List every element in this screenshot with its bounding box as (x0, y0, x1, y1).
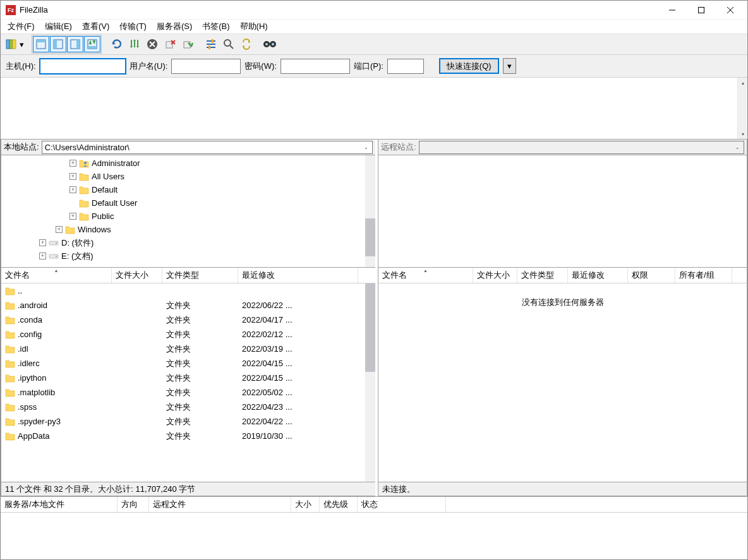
site-manager-button[interactable] (3, 36, 20, 52)
svg-rect-1 (699, 7, 704, 13)
menu-edit[interactable]: 编辑(E) (40, 20, 76, 33)
quick-connect-dropdown[interactable]: ▾ (503, 58, 516, 74)
column-header[interactable]: ▲文件名 (378, 268, 473, 283)
column-header[interactable]: 状态 (358, 497, 446, 512)
file-row[interactable]: .spyder-py3文件夹2022/04/22 ... (1, 414, 375, 429)
remote-path-combo[interactable]: ⌄ (419, 141, 744, 154)
column-header[interactable]: 文件大小 (112, 268, 162, 283)
file-row[interactable]: .config文件夹2022/02/12 ... (1, 327, 375, 342)
close-button[interactable] (716, 1, 745, 19)
tree-row[interactable]: Default User (1, 196, 375, 210)
compare-button[interactable] (220, 36, 237, 52)
menu-view[interactable]: 查看(V) (78, 20, 114, 33)
toggle-queue-button[interactable] (84, 36, 100, 52)
quick-connect-button[interactable]: 快速连接(Q) (439, 58, 499, 74)
site-manager-dropdown[interactable]: ▾ (18, 40, 25, 49)
tree-expand-icon[interactable]: + (39, 239, 46, 246)
column-header[interactable]: 优先级 (320, 497, 358, 512)
column-header[interactable]: ▲文件名 (1, 268, 112, 283)
menu-help[interactable]: 帮助(H) (236, 20, 272, 33)
toggle-log-button[interactable] (33, 36, 49, 52)
filter-button[interactable] (203, 36, 219, 52)
file-modified: 2022/06/22 ... (238, 301, 358, 310)
file-modified: 2019/10/30 ... (238, 431, 358, 441)
column-header[interactable]: 方向 (118, 497, 149, 512)
sync-browse-button[interactable] (238, 36, 255, 52)
local-status: 11 个文件 和 32 个目录。大小总计: 11,707,240 字节 (1, 482, 375, 496)
process-queue-button[interactable] (126, 36, 143, 52)
local-file-list[interactable]: ...android文件夹2022/06/22 ....conda文件夹2022… (1, 283, 375, 482)
minimize-button[interactable] (658, 1, 687, 19)
svg-rect-14 (88, 46, 97, 49)
file-row[interactable]: .android文件夹2022/06/22 ... (1, 298, 375, 313)
menu-file[interactable]: 文件(F) (3, 20, 39, 33)
column-header[interactable]: 文件类型 (162, 268, 238, 283)
file-row[interactable]: .spss文件夹2022/04/23 ... (1, 400, 375, 414)
file-row[interactable]: .ipython文件夹2022/04/15 ... (1, 371, 375, 385)
search-button[interactable] (262, 36, 278, 52)
user-icon (79, 159, 89, 168)
column-header[interactable]: 最近修改 (238, 268, 358, 283)
column-header[interactable]: 所有者/组 (675, 268, 732, 283)
menu-server[interactable]: 服务器(S) (152, 20, 196, 33)
host-input[interactable] (40, 59, 126, 74)
column-header[interactable]: 服务器/本地文件 (1, 497, 118, 512)
tree-expand-icon[interactable]: + (69, 173, 76, 180)
svg-rect-10 (54, 40, 57, 49)
tree-expand-icon[interactable]: + (39, 253, 46, 259)
tree-row[interactable]: +All Users (1, 170, 375, 183)
tree-label: Windows (78, 225, 111, 234)
menu-bookmarks[interactable]: 书签(B) (198, 20, 234, 33)
tree-row[interactable]: +Default (1, 183, 375, 196)
file-row[interactable]: .. (1, 283, 375, 298)
folder-icon (5, 359, 15, 368)
file-modified: 2022/04/15 ... (238, 359, 358, 368)
toggle-remote-tree-button[interactable] (67, 36, 83, 52)
tree-expand-icon[interactable]: + (56, 226, 63, 233)
tree-expand-icon[interactable]: + (69, 186, 76, 193)
disconnect-button[interactable] (162, 36, 178, 52)
file-name: .ipython (18, 373, 47, 383)
tree-row[interactable]: +D: (软件) (1, 236, 375, 249)
file-name: AppData (18, 431, 50, 441)
column-header[interactable]: 文件类型 (517, 268, 568, 283)
remote-file-header[interactable]: ▲文件名文件大小文件类型最近修改权限所有者/组 (378, 268, 747, 283)
refresh-button[interactable] (109, 36, 125, 52)
column-header[interactable]: 大小 (291, 497, 320, 512)
tree-row[interactable]: +Administrator (1, 157, 375, 170)
file-row[interactable]: AppData文件夹2019/10/30 ... (1, 429, 375, 443)
file-row[interactable]: .idl文件夹2022/03/19 ... (1, 342, 375, 356)
file-row[interactable]: .conda文件夹2022/04/17 ... (1, 313, 375, 327)
reconnect-button[interactable] (179, 36, 196, 52)
queue-list[interactable] (1, 513, 747, 559)
tree-row[interactable]: +E: (文档) (1, 249, 375, 263)
tree-row[interactable]: +Windows (1, 223, 375, 236)
queue-header[interactable]: 服务器/本地文件方向远程文件大小优先级状态 (1, 497, 747, 513)
toolbar: ▾ (1, 33, 747, 55)
file-type: 文件夹 (162, 416, 238, 427)
tree-row[interactable]: +Public (1, 210, 375, 223)
menu-transfer[interactable]: 传输(T) (115, 20, 151, 33)
local-file-header[interactable]: ▲文件名文件大小文件类型最近修改 (1, 268, 375, 283)
column-header[interactable]: 最近修改 (568, 268, 628, 283)
toggle-tree-button[interactable] (50, 36, 66, 52)
local-tree[interactable]: +Administrator+All Users+DefaultDefault … (1, 155, 375, 268)
file-row[interactable]: .idlerc文件夹2022/04/15 ... (1, 356, 375, 371)
column-header[interactable]: 远程文件 (149, 497, 291, 512)
remote-tree[interactable] (378, 155, 747, 268)
tree-expand-icon[interactable]: + (69, 213, 76, 220)
log-scrollbar[interactable]: ▴ ▾ (737, 78, 747, 139)
local-path-combo[interactable]: C:\Users\Administrator\ ⌄ (42, 141, 373, 154)
cancel-button[interactable] (144, 36, 160, 52)
file-row[interactable]: .matplotlib文件夹2022/05/02 ... (1, 385, 375, 400)
queue-panel: 服务器/本地文件方向远程文件大小优先级状态 (1, 496, 747, 559)
port-input[interactable] (387, 59, 424, 74)
svg-point-23 (224, 40, 231, 46)
user-input[interactable] (171, 59, 241, 74)
local-panel: 本地站点: C:\Users\Administrator\ ⌄ +Adminis… (1, 140, 375, 496)
column-header[interactable]: 权限 (628, 268, 675, 283)
maximize-button[interactable] (687, 1, 716, 19)
tree-expand-icon[interactable]: + (69, 160, 76, 167)
pass-input[interactable] (280, 59, 350, 74)
column-header[interactable]: 文件大小 (473, 268, 517, 283)
